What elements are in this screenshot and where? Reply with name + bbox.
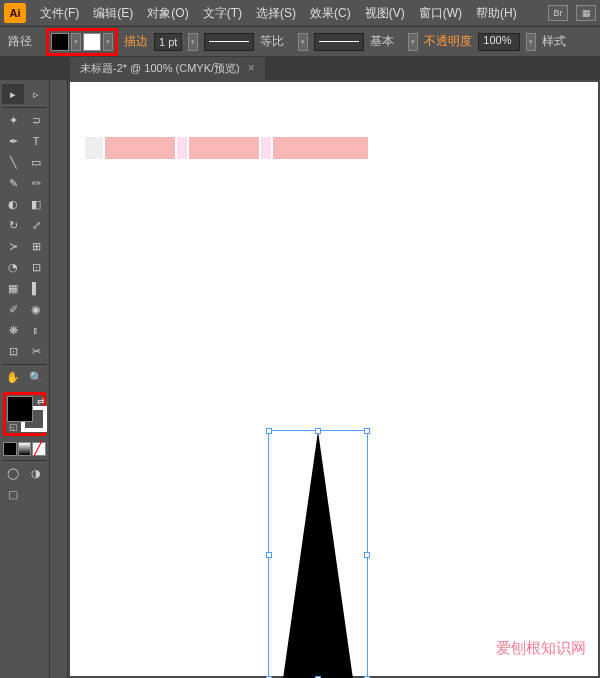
watermark-text: 爱刨根知识网 bbox=[496, 639, 586, 658]
stroke-dropdown-icon[interactable]: ▾ bbox=[103, 33, 113, 51]
column-graph-tool[interactable]: ⫾ bbox=[25, 320, 47, 340]
color-mode-gradient[interactable] bbox=[18, 442, 32, 456]
brush-dropdown-icon[interactable]: ▾ bbox=[408, 33, 418, 51]
color-mode-solid[interactable] bbox=[3, 442, 17, 456]
stroke-weight-input[interactable]: 1 pt bbox=[154, 33, 182, 51]
selection-handle-mr[interactable] bbox=[364, 552, 370, 558]
scale-tool[interactable]: ⤢ bbox=[25, 215, 47, 235]
lasso-tool[interactable]: ⊃ bbox=[25, 110, 47, 130]
stroke-label[interactable]: 描边 bbox=[124, 33, 148, 50]
symbol-sprayer-tool[interactable]: ❋ bbox=[2, 320, 24, 340]
arrange-icon[interactable]: ▦ bbox=[576, 5, 596, 21]
magic-wand-tool[interactable]: ✦ bbox=[2, 110, 24, 130]
selection-handle-tr[interactable] bbox=[364, 428, 370, 434]
selection-handle-tl[interactable] bbox=[266, 428, 272, 434]
bridge-icon[interactable]: Br bbox=[548, 5, 568, 21]
rectangle-tool[interactable]: ▭ bbox=[25, 152, 47, 172]
fill-color[interactable] bbox=[7, 396, 33, 422]
line-tool[interactable]: ╲ bbox=[2, 152, 24, 172]
color-mode-row: ╱ bbox=[3, 442, 46, 456]
paintbrush-tool[interactable]: ✎ bbox=[2, 173, 24, 193]
menu-window[interactable]: 窗口(W) bbox=[413, 2, 468, 25]
draw-mode-behind[interactable]: ◑ bbox=[25, 463, 47, 483]
hand-tool[interactable]: ✋ bbox=[2, 367, 24, 387]
opacity-input[interactable]: 100% bbox=[478, 33, 520, 51]
menu-file[interactable]: 文件(F) bbox=[34, 2, 85, 25]
stroke-weight-dropdown-icon[interactable]: ▾ bbox=[188, 33, 198, 51]
default-fill-stroke-icon[interactable]: ◱ bbox=[9, 422, 18, 432]
menubar: Ai 文件(F) 编辑(E) 对象(O) 文字(T) 选择(S) 效果(C) 视… bbox=[0, 0, 600, 26]
fill-stroke-indicator[interactable]: ⇄ ◱ bbox=[7, 396, 47, 432]
eraser-tool[interactable]: ◧ bbox=[25, 194, 47, 214]
shape-builder-tool[interactable]: ◔ bbox=[2, 257, 24, 277]
style-label: 样式 bbox=[542, 33, 566, 50]
document-tab-bar: 未标题-2* @ 100% (CMYK/预览) × bbox=[0, 56, 600, 80]
artboard-tool[interactable]: ⊡ bbox=[2, 341, 24, 361]
eyedropper-tool[interactable]: ✐ bbox=[2, 299, 24, 319]
direct-selection-tool[interactable]: ▹ bbox=[25, 84, 47, 104]
menu-edit[interactable]: 编辑(E) bbox=[87, 2, 139, 25]
opacity-label[interactable]: 不透明度 bbox=[424, 33, 472, 50]
document-tab[interactable]: 未标题-2* @ 100% (CMYK/预览) × bbox=[70, 57, 265, 80]
document-tab-title: 未标题-2* @ 100% (CMYK/预览) bbox=[80, 61, 240, 76]
menu-type[interactable]: 文字(T) bbox=[197, 2, 248, 25]
fill-dropdown-icon[interactable]: ▾ bbox=[71, 33, 81, 51]
fill-stroke-box-highlighted: ⇄ ◱ bbox=[3, 392, 46, 436]
control-bar: 路径 ▾ ▾ 描边 1 pt ▾ 等比 ▾ 基本 ▾ 不透明度 100% ▾ 样… bbox=[0, 26, 600, 56]
canvas-area: 爱刨根知识网 bbox=[68, 80, 600, 678]
stroke-profile-preview[interactable] bbox=[204, 33, 254, 51]
selection-bounding-box[interactable] bbox=[268, 430, 368, 678]
blob-brush-tool[interactable]: ◐ bbox=[2, 194, 24, 214]
perspective-grid-tool[interactable]: ⊡ bbox=[25, 257, 47, 277]
proportion-dropdown-icon[interactable]: ▾ bbox=[298, 33, 308, 51]
draw-mode-normal[interactable]: ◯ bbox=[2, 463, 24, 483]
slice-tool[interactable]: ✂ bbox=[25, 341, 47, 361]
close-icon[interactable]: × bbox=[248, 61, 255, 75]
menu-effect[interactable]: 效果(C) bbox=[304, 2, 357, 25]
selection-handle-tm[interactable] bbox=[315, 428, 321, 434]
artboard[interactable]: 爱刨根知识网 bbox=[70, 82, 598, 676]
triangle-shape[interactable] bbox=[283, 431, 353, 678]
rotate-tool[interactable]: ↻ bbox=[2, 215, 24, 235]
app-icon: Ai bbox=[4, 3, 26, 23]
menu-view[interactable]: 视图(V) bbox=[359, 2, 411, 25]
fill-stroke-swatches-highlighted: ▾ ▾ bbox=[46, 28, 118, 56]
path-label: 路径 bbox=[8, 33, 32, 50]
mesh-tool[interactable]: ▦ bbox=[2, 278, 24, 298]
opacity-dropdown-icon[interactable]: ▾ bbox=[526, 33, 536, 51]
free-transform-tool[interactable]: ⊞ bbox=[25, 236, 47, 256]
proportion-label: 等比 bbox=[260, 33, 284, 50]
basic-label: 基本 bbox=[370, 33, 394, 50]
width-tool[interactable]: ≻ bbox=[2, 236, 24, 256]
menu-help[interactable]: 帮助(H) bbox=[470, 2, 523, 25]
brush-preview[interactable] bbox=[314, 33, 364, 51]
blend-tool[interactable]: ◉ bbox=[25, 299, 47, 319]
zoom-tool[interactable]: 🔍 bbox=[25, 367, 47, 387]
swap-fill-stroke-icon[interactable]: ⇄ bbox=[37, 396, 45, 406]
menu-object[interactable]: 对象(O) bbox=[141, 2, 194, 25]
gradient-tool[interactable]: ▌ bbox=[25, 278, 47, 298]
fill-swatch[interactable] bbox=[51, 33, 69, 51]
pen-tool[interactable]: ✒ bbox=[2, 131, 24, 151]
pencil-tool[interactable]: ✏ bbox=[25, 173, 47, 193]
color-mode-none[interactable]: ╱ bbox=[32, 442, 46, 456]
selection-handle-ml[interactable] bbox=[266, 552, 272, 558]
screen-mode[interactable]: ▢ bbox=[2, 484, 24, 504]
toolbox: ▸ ▹ ✦ ⊃ ✒ T ╲ ▭ ✎ ✏ ◐ ◧ ↻ ⤢ ≻ ⊞ bbox=[0, 80, 50, 678]
collapsed-panel[interactable] bbox=[50, 80, 68, 678]
stroke-swatch[interactable] bbox=[83, 33, 101, 51]
selection-tool[interactable]: ▸ bbox=[2, 84, 24, 104]
menu-select[interactable]: 选择(S) bbox=[250, 2, 302, 25]
redacted-content bbox=[85, 137, 370, 159]
type-tool[interactable]: T bbox=[25, 131, 47, 151]
